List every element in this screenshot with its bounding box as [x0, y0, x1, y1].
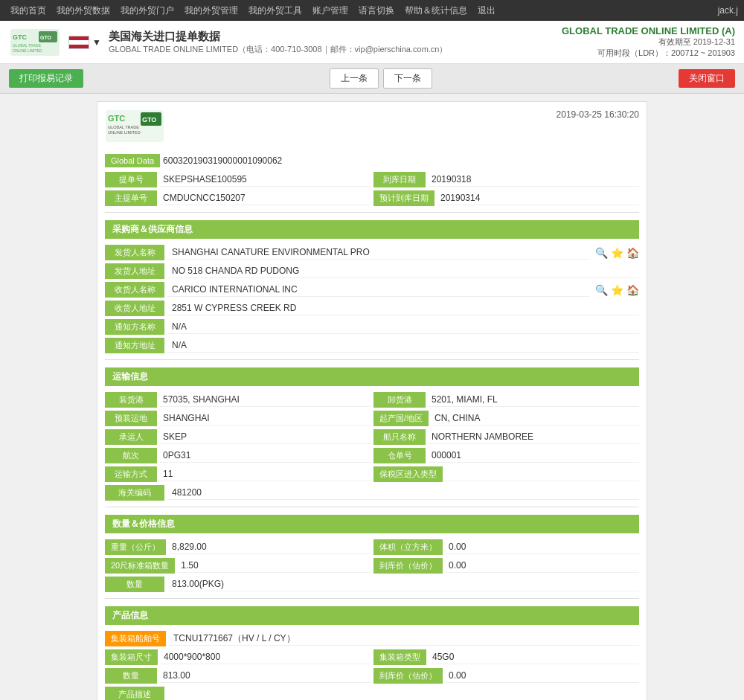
close-button-top[interactable]: 关闭窗口	[679, 69, 735, 88]
container-size-value: 4000*900*800	[161, 651, 371, 664]
nav-account[interactable]: 账户管理	[308, 4, 353, 17]
nav-logout[interactable]: 退出	[473, 4, 500, 17]
svg-text:GTO: GTO	[142, 116, 156, 123]
carrier-value: SKEP	[160, 431, 371, 444]
shipper-addr-value: NO 518 CHANDA RD PUDONG	[167, 265, 639, 278]
notify-name-value: N/A	[167, 321, 639, 334]
nav-trade-portal[interactable]: 我的外贸门户	[116, 4, 179, 17]
global-data-label: Global Data	[105, 154, 160, 167]
quantity2-field: 数量 813.00	[105, 668, 371, 684]
notify-addr-label: 通知方地址	[105, 338, 164, 353]
load-port-field: 装货港 57035, SHANGHAI	[105, 392, 371, 408]
est-arrival-label: 预计到库日期	[373, 190, 434, 206]
container-no-value: 000001	[429, 449, 639, 463]
customs-code-label: 海关编码	[105, 485, 164, 501]
weight-label: 重量（公斤）	[105, 539, 166, 555]
voyage-value: 0PG31	[160, 449, 371, 463]
voyage-field: 航次 0PG31	[105, 448, 371, 463]
quantity2-label: 数量	[105, 668, 157, 684]
star-icon-2[interactable]: ⭐	[611, 284, 623, 296]
consignee-addr-row: 收货人地址 2851 W CYPRESS CREEK RD	[105, 301, 639, 316]
us-flag	[68, 36, 89, 49]
bill-no-value: SKEPSHASE100595	[160, 173, 371, 187]
nav-trade-data[interactable]: 我的外贸数据	[52, 4, 115, 17]
section-supplier-header: 采购商＆供应商信息	[105, 220, 639, 239]
svg-text:ONLINE LIMITED: ONLINE LIMITED	[108, 130, 141, 135]
print-button-top[interactable]: 打印报易记录	[9, 69, 83, 88]
nav-home[interactable]: 我的首页	[6, 4, 51, 17]
arrival-date-field: 到库日期 20190318	[373, 172, 639, 187]
bill-no-label: 提单号	[105, 172, 157, 187]
price2-label: 到库价（估价）	[373, 668, 443, 684]
top-navigation: 我的首页 我的外贸数据 我的外贸门户 我的外贸管理 我的外贸工具 账户管理 语言…	[0, 0, 744, 21]
container-no-field: 仓单号 000001	[373, 448, 639, 463]
bill-no-field: 提单号 SKEPSHASE100595	[105, 172, 371, 187]
home-icon[interactable]: 🏠	[626, 247, 639, 259]
origin-country-label: 起产国/地区	[373, 411, 429, 426]
nav-trade-tools[interactable]: 我的外贸工具	[244, 4, 307, 17]
header-right: GLOBAL TRADE ONLINE LIMITED (A) 有效期至 201…	[562, 25, 735, 59]
master-bill-label: 主提单号	[105, 190, 157, 206]
container-count-value: 1.50	[178, 559, 371, 573]
svg-text:GTC: GTC	[108, 114, 125, 123]
flag-area: ▼	[68, 36, 101, 49]
search-icon-2[interactable]: 🔍	[595, 284, 608, 296]
ftz-label: 保税区进入类型	[373, 466, 443, 482]
weight-field: 重量（公斤） 8,829.00	[105, 539, 371, 555]
port-row: 装货港 57035, SHANGHAI 卸货港 5201, MIAMI, FL	[105, 392, 639, 408]
record-timestamp: 2019-03-25 16:30:20	[557, 109, 639, 120]
container-type-value: 45G0	[429, 651, 639, 664]
volume-field: 体积（立方米） 0.00	[373, 539, 639, 555]
customs-code-value: 481200	[167, 487, 639, 500]
prev-button-top[interactable]: 上一条	[330, 68, 379, 89]
price2-field: 到库价（估价） 0.00	[373, 668, 639, 684]
product-desc-label: 产品描述	[105, 687, 164, 700]
ftz-field: 保税区进入类型	[373, 466, 639, 482]
voyage-label: 航次	[105, 448, 157, 463]
nav-trade-manage[interactable]: 我的外贸管理	[180, 4, 243, 17]
ldr-info: 可用时段（LDR）：200712 ~ 201903	[562, 48, 735, 59]
section-transport-header: 运输信息	[105, 367, 639, 386]
global-data-value: 600320190319000001090062	[163, 155, 282, 166]
transport-ftz-row: 运输方式 11 保税区进入类型	[105, 466, 639, 482]
load-port-value: 57035, SHANGHAI	[160, 394, 371, 407]
consignee-name-label: 收货人名称	[105, 282, 164, 298]
vessel-field: 船只名称 NORTHERN JAMBOREE	[373, 429, 639, 445]
unload-port-value: 5201, MIAMI, FL	[429, 394, 639, 407]
nav-language[interactable]: 语言切换	[354, 4, 399, 17]
search-icon[interactable]: 🔍	[595, 247, 608, 259]
consignee-name-value: CARICO INTERNATIONAL INC	[167, 283, 589, 297]
svg-text:GLOBAL TRADE: GLOBAL TRADE	[108, 125, 139, 129]
nav-help[interactable]: 帮助＆统计信息	[400, 4, 472, 17]
logo: GTC GLOBAL TRADE ONLINE LIMITED GTO	[9, 28, 61, 57]
est-arrival-value: 20190314	[437, 192, 639, 205]
quantity-value: 813.00(PKG)	[167, 578, 639, 591]
notify-addr-value: N/A	[167, 339, 639, 353]
consignee-icons: 🔍 ⭐ 🏠	[595, 284, 639, 296]
origin-country-field: 起产国/地区 CN, CHINA	[373, 411, 639, 426]
section-quantity-header: 数量＆价格信息	[105, 515, 639, 533]
customs-code-row: 海关编码 481200	[105, 485, 639, 501]
transport-mode-label: 运输方式	[105, 466, 157, 482]
page-title: 美国海关进口提单数据	[109, 30, 448, 44]
master-bill-field: 主提单号 CMDUCNCC150207	[105, 190, 371, 206]
consignee-addr-label: 收货人地址	[105, 301, 164, 316]
notify-addr-row: 通知方地址 N/A	[105, 338, 639, 353]
container-size-label: 集装箱尺寸	[105, 649, 158, 665]
next-button-top[interactable]: 下一条	[383, 68, 432, 89]
container-no2-row: 集装箱船舶号 TCNU1771667（HV / L / CY）	[105, 631, 639, 646]
user-display: jack.j	[718, 5, 738, 16]
record-card: GTC GLOBAL TRADE ONLINE LIMITED GTO 2019…	[97, 101, 647, 700]
product-desc-row: 产品描述	[105, 687, 639, 700]
container-size-row: 集装箱尺寸 4000*900*800 集装箱类型 45G0	[105, 649, 639, 665]
weight-row: 重量（公斤） 8,829.00 体积（立方米） 0.00	[105, 539, 639, 555]
star-icon[interactable]: ⭐	[611, 247, 623, 259]
shipper-name-value: SHANGHAI CANATURE ENVIRONMENTAL PRO	[167, 246, 589, 260]
header-left: GTC GLOBAL TRADE ONLINE LIMITED GTO ▼ 美国…	[9, 28, 447, 57]
header-title-area: 美国海关进口提单数据 GLOBAL TRADE ONLINE LIMITED（电…	[109, 30, 448, 55]
load-port-label: 装货港	[105, 392, 157, 408]
home-icon-2[interactable]: 🏠	[626, 284, 639, 296]
container-count-row: 20尺标准箱数量 1.50 到库价（估价） 0.00	[105, 558, 639, 574]
container-no-label: 仓单号	[373, 448, 426, 463]
origin-field: 预装运地 SHANGHAI	[105, 411, 371, 426]
